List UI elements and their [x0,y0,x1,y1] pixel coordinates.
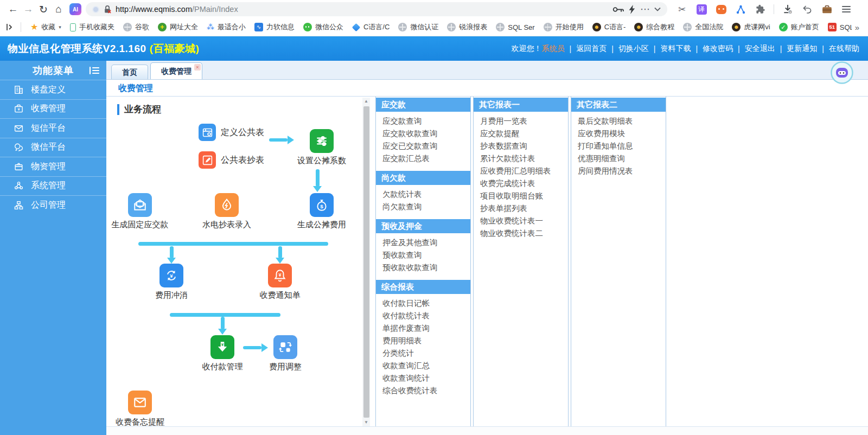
menu-link[interactable]: 尚欠款查询 [376,201,470,213]
scroll-down-icon[interactable]: ▼ [362,419,370,426]
bookmark-item[interactable]: 谷歌 [119,21,153,34]
header-link[interactable]: 资料下载 [660,44,691,54]
menu-link[interactable]: 抄表数据查询 [474,140,568,152]
menu-link[interactable]: 物业收费统计表二 [474,227,568,240]
sidebar-collapse-icon[interactable] [88,66,100,78]
url-bar[interactable]: http://www.eqmis.com/PMain/Index ⋯ [86,2,667,16]
flow-node-fee-notice[interactable]: ¥收费通知单 [258,264,302,300]
bookmark-item[interactable]: ∿力软信息 [251,21,298,34]
menu-link[interactable]: 收款查询统计 [376,372,470,385]
menu-link[interactable]: 收费完成统计表 [474,177,568,190]
bookmark-item[interactable]: ☻C语言- [589,21,630,34]
menu-link[interactable]: 预收款查询 [376,249,470,261]
forward-icon[interactable]: → [21,2,36,17]
bookmark-item[interactable]: ☻虎课网vi [728,21,774,34]
menu-link[interactable]: 打印通知单信息 [571,140,666,152]
menu-icon[interactable] [840,4,852,14]
menu-link[interactable]: 综合收费统计表 [376,385,470,397]
scroll-up-icon[interactable]: ▲ [362,98,370,105]
bookmark-item[interactable]: SQL Ser [492,21,538,33]
insecure-lock-icon[interactable] [104,5,111,14]
briefcase-icon[interactable] [821,5,833,14]
menu-link[interactable]: 应交款提醒 [474,127,568,140]
reload-icon[interactable]: ↻ [36,2,51,17]
bookmark-item[interactable]: 微信认证 [394,21,442,34]
menu-link[interactable]: 应交款查询 [376,115,470,127]
menu-link[interactable]: 费用明细表 [376,335,470,347]
collapse-sidebar-icon[interactable] [5,23,14,31]
more-dots-icon[interactable]: ⋯ [640,7,650,12]
menu-link[interactable]: 收付款日记帐 [376,297,470,310]
home-icon[interactable]: ⌂ [51,2,66,17]
menu-link[interactable]: 分类统计 [376,347,470,360]
flow-node-set-share-coefficient[interactable]: 设置公摊系数 [296,129,348,166]
sidebar-item-收费管理[interactable]: ¥收费管理 [0,99,106,119]
lightning-icon[interactable] [629,5,636,14]
header-link[interactable]: 更新通知 [787,44,817,54]
header-link[interactable]: 修改密码 [703,44,733,54]
menu-link[interactable]: 优惠明细查询 [571,152,666,165]
menu-link[interactable]: 应收费用汇总明细表 [474,165,568,177]
flow-node-payment-management[interactable]: ¥收付款管理 [201,335,244,372]
reader-mode-icon[interactable] [92,6,99,13]
menu-link[interactable]: 物业收费统计表一 [474,215,568,227]
sidebar-item-楼盘定义[interactable]: 楼盘定义 [0,80,106,99]
scissors-icon[interactable]: ✂ [676,4,688,15]
ai-extension-icon[interactable]: AI [69,3,81,15]
menu-link[interactable]: 收款查询汇总 [376,360,470,372]
translate-icon[interactable]: 译 [695,4,707,15]
bookmark-item[interactable]: 51SQLServ [824,21,852,33]
menu-link[interactable]: 押金及其他查询 [376,236,470,249]
bookmark-item[interactable]: 锐浪报表 [443,21,491,34]
username-link[interactable]: 系统员 [542,44,565,54]
flow-node-generate-fixed-dues[interactable]: 生成固定应交款 [113,193,167,230]
bookmark-item[interactable]: ⁂最适合小 [203,21,250,34]
flow-node-public-meter-reading[interactable]: 公共表抄表 [199,151,264,169]
menu-link[interactable]: 欠款统计表 [376,188,470,201]
flow-scrollbar[interactable]: ▲ ▼ [362,98,370,426]
menu-link[interactable]: 应交款汇总表 [376,152,470,165]
menu-link[interactable]: 单据作废查询 [376,322,470,335]
tab-收费管理[interactable]: 收费管理× [150,62,202,79]
sidebar-item-短信平台[interactable]: 短信平台 [0,118,106,138]
bookmark-item[interactable]: 开始使用 [540,21,588,34]
sidebar-item-公司管理[interactable]: 公司管理 [0,195,106,215]
menu-link[interactable]: 累计欠款统计表 [474,152,568,165]
download-icon[interactable]: v [782,4,794,15]
bookmark-item[interactable]: ☻综合教程 [630,21,678,34]
header-link[interactable]: 切换小区 [618,44,649,54]
chevron-down-icon[interactable] [654,7,661,11]
flow-node-fee-writeoff[interactable]: ¥费用冲消 [155,264,188,300]
url-text[interactable]: http://www.eqmis.com/PMain/Index [116,5,238,14]
flow-node-utility-meter-entry[interactable]: 水电抄表录入 [200,193,254,230]
menu-link[interactable]: 应交已交款查询 [376,140,470,152]
assistant-floating-button[interactable] [831,61,853,84]
menu-link[interactable]: 应交款收款查询 [376,127,470,140]
bookmark-item[interactable]: ★收藏▾ [27,21,65,34]
password-key-icon[interactable] [612,6,624,13]
bookmarks-overflow-chevron[interactable]: » [852,23,863,32]
nodes-extension-icon[interactable] [735,4,746,15]
menu-link[interactable]: 月费用一览表 [474,115,568,127]
undo-icon[interactable] [801,5,813,14]
menu-link[interactable]: 最后交款明细表 [571,115,666,127]
puzzle-extensions-icon[interactable] [754,4,766,15]
bookmark-item[interactable]: C语言/C [348,21,393,34]
sidebar-item-物资管理[interactable]: 物资管理 [0,157,106,176]
chevron-down-icon[interactable]: ▾ [59,24,61,30]
bookmark-item[interactable]: 全国法院 [679,21,727,34]
header-link[interactable]: 在线帮助 [829,44,859,54]
menu-link[interactable]: 应收费用模块 [571,127,666,140]
flow-node-generate-shared-fees[interactable]: $生成公摊费用 [296,193,348,230]
menu-link[interactable]: 房间费用情况表 [571,165,666,177]
flow-node-fee-adjustment[interactable]: 费用调整 [265,335,306,372]
sidebar-item-微信平台[interactable]: 微信平台 [0,138,106,157]
fox-extension-icon[interactable] [715,5,727,14]
bookmark-item[interactable]: 手机收藏夹 [66,21,118,34]
bookmark-item[interactable]: +网址大全 [154,21,202,34]
tab-close-icon[interactable]: × [194,64,201,71]
flow-node-define-public-meter[interactable]: 定义公共表 [199,124,264,141]
header-link[interactable]: 返回首页 [576,44,607,54]
scrollbar-thumb[interactable] [363,106,369,418]
bookmark-item[interactable]: ✓账户首页 [775,21,823,34]
